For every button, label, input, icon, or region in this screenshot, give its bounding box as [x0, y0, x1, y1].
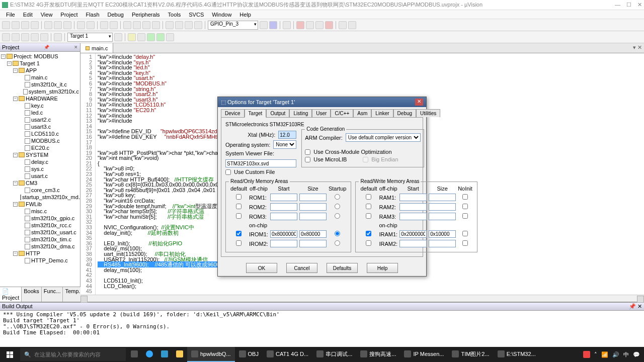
- dlg-ok-button[interactable]: OK: [246, 263, 277, 273]
- tree-file[interactable]: stm32f10x_tim.c: [1, 236, 79, 243]
- cross-module-check[interactable]: [305, 149, 310, 155]
- tree-file[interactable]: core_cm3.c: [1, 187, 79, 194]
- find-icon[interactable]: [260, 21, 268, 29]
- tree-group-hardware[interactable]: −HARDWARE: [1, 95, 79, 102]
- build-output-text[interactable]: *** Using Compiler 'V5.05 update 2 (buil…: [0, 311, 644, 350]
- batch-build-icon[interactable]: [31, 33, 39, 41]
- mem-default-check[interactable]: [366, 213, 371, 219]
- mem-default-check[interactable]: [236, 194, 242, 200]
- configure-icon[interactable]: [348, 21, 356, 29]
- bp-disable-icon[interactable]: [306, 21, 314, 29]
- arm-compiler-select[interactable]: Use default compiler version: [346, 133, 421, 142]
- dlg-tab-target[interactable]: Target: [245, 109, 267, 118]
- mem-default-check[interactable]: [366, 194, 371, 200]
- books-icon[interactable]: [166, 33, 174, 41]
- dlg-tab-linker[interactable]: Linker: [371, 109, 393, 117]
- mem-default-check[interactable]: [236, 231, 242, 236]
- tree-file[interactable]: stm32f10x_it.c: [1, 81, 79, 88]
- mem-start-input[interactable]: [270, 240, 297, 247]
- dlg-tab-output[interactable]: Output: [266, 109, 289, 117]
- open-icon[interactable]: [12, 21, 20, 29]
- dlg-help-button[interactable]: Help: [367, 263, 398, 273]
- tree-file[interactable]: stm32f10x_dma.c: [1, 243, 79, 250]
- proj-tab-0[interactable]: 📄 Project: [0, 287, 22, 302]
- mem-start-input[interactable]: [399, 240, 427, 247]
- dlg-tab-listing[interactable]: Listing: [289, 109, 312, 117]
- tray-volume-icon[interactable]: 🔊: [612, 351, 619, 358]
- h-scrollbar[interactable]: [80, 295, 644, 302]
- mem-start-input[interactable]: [399, 230, 427, 238]
- bookmark-next-icon[interactable]: [142, 21, 150, 29]
- mem-size-input[interactable]: [429, 240, 456, 247]
- tree-file[interactable]: stm32f10x_rcc.c: [1, 222, 79, 229]
- menu-file[interactable]: File: [3, 11, 18, 18]
- tree-file[interactable]: misc.c: [1, 208, 79, 215]
- bookmark-prev-icon[interactable]: [133, 21, 141, 29]
- manage-icon[interactable]: [137, 33, 145, 41]
- new-icon[interactable]: [2, 21, 10, 29]
- rebuild-icon[interactable]: [21, 33, 29, 41]
- tree-group-cm3[interactable]: −CM3: [1, 179, 79, 187]
- panel-close-icon[interactable]: ✕: [74, 45, 78, 50]
- options-icon[interactable]: [114, 33, 122, 41]
- mem-last-input[interactable]: [335, 204, 340, 209]
- dialog-close-icon[interactable]: ✕: [415, 99, 423, 106]
- panel-pin-icon[interactable]: 📌 ✕: [629, 303, 642, 310]
- mem-last-input[interactable]: [335, 240, 340, 246]
- find-in-files-icon[interactable]: [269, 21, 277, 29]
- mem-default-check[interactable]: [366, 231, 371, 236]
- system-tray[interactable]: ˄ 📶 🔊 中 💬: [579, 351, 644, 358]
- mem-start-input[interactable]: [399, 203, 427, 211]
- mem-size-input[interactable]: [429, 213, 456, 220]
- tree-file[interactable]: sys.c: [1, 165, 79, 172]
- uncomment-icon[interactable]: [194, 21, 202, 29]
- taskbar-item[interactable]: 搜狗高速...: [356, 347, 400, 362]
- svf-input[interactable]: [225, 159, 296, 167]
- target-combo[interactable]: Target 1: [67, 33, 113, 42]
- undo-icon[interactable]: [77, 21, 85, 29]
- tree-file[interactable]: EC20.c: [1, 144, 79, 151]
- tree-file[interactable]: led.c: [1, 109, 79, 116]
- panel-pin-icon[interactable]: 📌: [44, 45, 49, 50]
- menu-window[interactable]: Window: [209, 11, 234, 18]
- mem-size-input[interactable]: [429, 203, 456, 211]
- mem-last-input[interactable]: [462, 231, 468, 236]
- tree-file[interactable]: key.c: [1, 102, 79, 109]
- menu-view[interactable]: View: [38, 11, 56, 18]
- mem-size-input[interactable]: [299, 240, 327, 247]
- dlg-defaults-button[interactable]: Defaults: [327, 263, 358, 273]
- editor-tab-main[interactable]: main.c: [80, 43, 113, 53]
- menu-help[interactable]: Help: [236, 11, 254, 18]
- task-view-icon[interactable]: [127, 347, 142, 362]
- minimize-button[interactable]: —: [615, 2, 620, 8]
- nav-fwd-icon[interactable]: [110, 21, 118, 29]
- project-tree[interactable]: −Project: MODBUS−Target 1−APPmain.cstm32…: [0, 52, 80, 287]
- mem-default-check[interactable]: [366, 204, 371, 209]
- tree-group-system[interactable]: −SYSTEM: [1, 151, 79, 158]
- mem-last-input[interactable]: [462, 194, 468, 200]
- mem-last-input[interactable]: [462, 240, 468, 246]
- mem-start-input[interactable]: [270, 203, 297, 211]
- mem-default-check[interactable]: [366, 240, 371, 246]
- save-icon[interactable]: [21, 21, 29, 29]
- menu-flash[interactable]: Flash: [83, 11, 103, 18]
- explorer-icon[interactable]: [172, 347, 187, 362]
- mem-start-input[interactable]: [270, 230, 297, 238]
- tree-file[interactable]: HTTP_Demo.c: [1, 257, 79, 264]
- tree-group-fwlib[interactable]: −FWLib: [1, 201, 79, 208]
- tree-group-http[interactable]: −HTTP: [1, 250, 79, 257]
- indent-icon[interactable]: [166, 21, 174, 29]
- dlg-tab-c/c++[interactable]: C/C++: [331, 109, 353, 117]
- tree-file[interactable]: startup_stm32f10x_md.s: [1, 194, 79, 201]
- bp-kill-icon[interactable]: [315, 21, 324, 29]
- taskbar-item[interactable]: CAT1 4G D...: [263, 347, 312, 362]
- tree-file[interactable]: delay.c: [1, 158, 79, 165]
- build-icon[interactable]: [12, 33, 20, 41]
- proj-tab-2[interactable]: Func...: [42, 287, 63, 302]
- tree-file[interactable]: usart3.c: [1, 123, 79, 130]
- mem-start-input[interactable]: [399, 213, 427, 220]
- mem-last-input[interactable]: [335, 194, 340, 200]
- xtal-input[interactable]: [278, 131, 296, 139]
- tray-chevron-icon[interactable]: ˄: [594, 351, 597, 358]
- taskbar-item[interactable]: OBJ: [235, 347, 263, 362]
